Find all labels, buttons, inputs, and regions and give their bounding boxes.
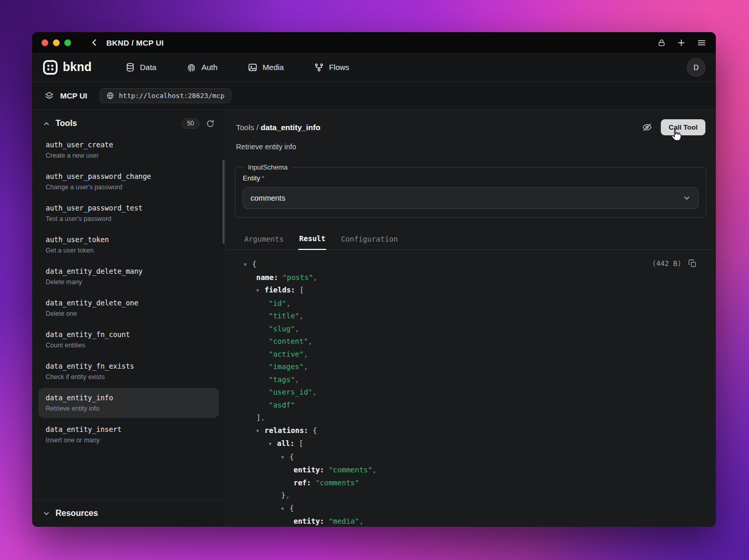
tool-list-item[interactable]: data_entity_insert Insert one or many [38,419,219,450]
watch-toggle-button[interactable] [642,122,653,133]
json-line: }, [244,489,705,502]
json-toggle-icon[interactable]: ▼ [281,451,289,464]
refresh-tools-button[interactable] [206,119,215,128]
app-window: BKND / MCP UI bkn [32,32,716,527]
tools-list: auth_user_create Create a new user auth_… [32,135,225,451]
tool-desc: Delete many [46,278,212,286]
chevron-down-icon [683,194,691,202]
json-line: "tags", [244,373,705,386]
call-tool-wrap: Call Tool [661,119,705,135]
database-icon [125,62,135,73]
titlebar: BKND / MCP UI [32,32,716,53]
tab-configuration[interactable]: Configuration [340,229,399,249]
tool-list-item[interactable]: auth_user_create Create a new user [38,135,219,165]
header-nav: Data Auth Media Flows [125,62,350,73]
copy-button[interactable] [688,259,697,268]
tool-list-item[interactable]: data_entity_delete_many Delete many [38,261,219,291]
tools-section-header[interactable]: Tools 50 [32,110,225,135]
new-tab-button[interactable] [676,38,686,48]
main-panel: Tools / data_entity_info Call Tool [226,110,716,527]
toolbar-actions: Call Tool [642,119,705,135]
nav-label: Flows [329,63,349,72]
menu-button[interactable] [697,38,706,48]
tool-name: data_entity_delete_one [46,299,212,307]
json-toggle-icon[interactable]: ▼ [281,502,289,515]
nav-item-data[interactable]: Data [125,62,157,73]
json-view: (442 B) ▼{name: "posts",▼fields: ["id","… [226,250,716,527]
nav-label: Media [262,63,284,72]
tool-name: data_entity_fn_count [46,330,212,339]
titlebar-actions [657,38,706,48]
tool-desc: Check if entity exists [46,373,212,381]
close-window-button[interactable] [41,39,48,46]
brand-name: bknd [63,60,92,74]
chevron-up-icon [43,120,50,128]
call-tool-button[interactable]: Call Tool [661,119,705,135]
tool-list-item[interactable]: data_entity_delete_one Delete one [38,293,219,323]
copy-icon [688,259,697,268]
json-line: ▼{ [244,258,705,271]
payload-size: (442 B) [652,259,682,268]
entity-label-text: Entity [243,174,260,182]
json-line: ▼all: [ [244,437,705,451]
json-line: ], [244,411,705,424]
tool-list-item[interactable]: data_entity_info Retrieve entity info [38,388,219,418]
resources-section-header[interactable]: Resources [32,499,225,527]
refresh-icon [206,119,215,128]
nav-label: Auth [201,63,217,72]
tab-result[interactable]: Result [298,229,327,250]
tool-list-item[interactable]: auth_user_password_change Change a user'… [38,166,219,197]
tool-name: data_entity_info [46,394,212,402]
tool-desc: Insert one or many [46,437,212,444]
json-lines: ▼{name: "posts",▼fields: ["id","title","… [244,258,705,527]
json-line: ▼relations: { [244,424,705,438]
breadcrumb-section[interactable]: Tools [236,123,254,132]
json-line: "slug", [244,323,705,335]
json-toggle-icon[interactable]: ▼ [256,425,265,438]
zoom-window-button[interactable] [64,39,71,46]
json-toggle-icon[interactable]: ▼ [256,284,265,297]
lock-button[interactable] [657,38,666,47]
minimize-window-button[interactable] [53,39,60,46]
user-avatar[interactable]: D [687,58,705,77]
brand-logo[interactable]: bknd [43,60,92,75]
json-line: name: "posts", [244,271,705,284]
tool-list-item[interactable]: data_entity_fn_exists Check if entity ex… [38,356,219,386]
window-controls [41,39,71,46]
tool-list-item[interactable]: data_entity_fn_count Count entities [38,325,219,355]
tool-desc: Count entities [46,342,212,349]
tool-name: auth_user_password_change [46,172,212,180]
entity-select[interactable]: comments [243,187,699,209]
json-line: ▼fields: [ [244,284,705,297]
json-toggle-icon[interactable]: ▼ [244,258,252,271]
mcp-url-pill[interactable]: http://localhost:28623/mcp [100,88,231,103]
avatar-initial: D [693,63,699,72]
tool-desc: Retrieve entity info [46,405,212,412]
tool-desc: Change a user's password [46,184,212,191]
subheader: MCP UI http://localhost:28623/mcp [32,82,716,110]
nav-item-flows[interactable]: Flows [314,62,349,73]
nav-label: Data [140,63,157,72]
json-toggle-icon[interactable]: ▼ [269,438,277,451]
sidebar-scrollbar-thumb[interactable] [223,160,225,244]
tool-toolbar: Tools / data_entity_info Call Tool [226,110,716,142]
chevron-left-icon [90,38,99,47]
eye-off-icon [642,122,653,133]
tool-list-item[interactable]: auth_user_password_test Test a user's pa… [38,198,219,228]
required-asterisk: * [262,174,265,182]
mcp-url: http://localhost:28623/mcp [119,92,225,100]
back-button[interactable] [90,38,99,47]
tab-arguments[interactable]: Arguments [243,229,285,249]
nav-item-media[interactable]: Media [247,62,284,73]
tools-section-title: Tools [56,119,77,128]
input-schema-legend: InputSchema [245,163,291,171]
tool-list-item[interactable]: auth_user_token Get a user token [38,230,219,260]
tool-description: Retrieve entity info [226,142,716,159]
breadcrumb-current: data_entity_info [261,123,321,132]
nav-item-auth[interactable]: Auth [186,62,217,73]
json-line: "images", [244,360,705,373]
window-title: BKND / MCP UI [106,38,164,47]
tools-header-actions: 50 [182,118,215,129]
hamburger-icon [697,38,706,48]
tool-desc: Get a user token [46,247,212,254]
